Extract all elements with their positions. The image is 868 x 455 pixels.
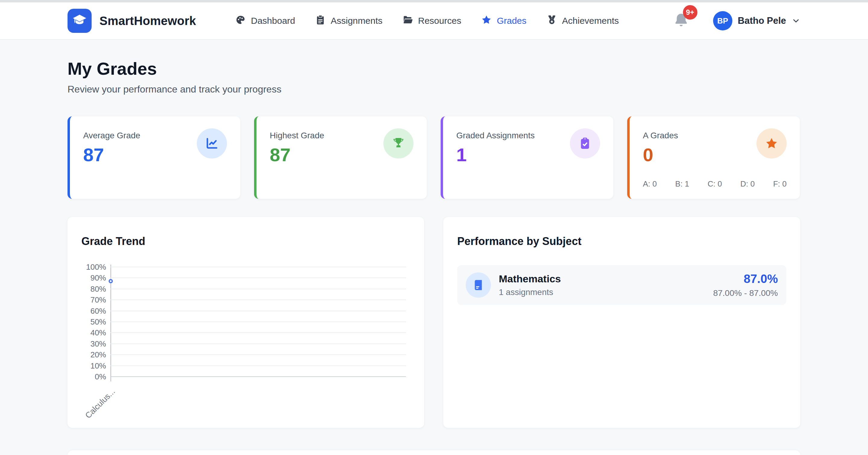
page-subtitle: Review your performance and track your p… xyxy=(67,83,801,95)
chart-y-axis: 100%90%80%70%60%50%40%30%20%10%0% xyxy=(82,267,110,377)
y-tick-label: 50% xyxy=(90,317,106,327)
gridline xyxy=(110,299,406,300)
grade-breakdown-a: A: 0 xyxy=(643,179,657,189)
user-name: Batho Pele xyxy=(738,15,786,26)
grade-trend-panel: Grade Trend 100%90%80%70%60%50%40%30%20%… xyxy=(67,217,424,428)
nav-label: Resources xyxy=(418,16,461,26)
clipboard-check-icon xyxy=(570,128,600,159)
nav-label: Dashboard xyxy=(251,16,295,26)
y-tick-label: 20% xyxy=(90,350,106,359)
chevron-down-icon xyxy=(792,16,801,25)
y-tick-label: 80% xyxy=(90,284,106,293)
assignments-icon xyxy=(315,14,326,27)
star-icon xyxy=(756,128,786,159)
app-logo xyxy=(67,9,92,33)
avatar: BP xyxy=(713,11,733,30)
y-tick-label: 100% xyxy=(86,262,106,272)
subject-assignments-count: 1 assignments xyxy=(499,288,561,297)
resources-folder-icon xyxy=(402,14,413,27)
y-tick-label: 60% xyxy=(90,306,106,316)
x-tick-label: Calculus... xyxy=(84,387,117,420)
stats-row: Average Grade 87 Highest Grade 87 xyxy=(67,116,801,199)
chart-plot-area xyxy=(110,267,406,377)
nav-item-grades[interactable]: Grades xyxy=(481,14,526,27)
y-tick-label: 30% xyxy=(90,339,106,348)
brand-name: SmartHomework xyxy=(99,14,196,28)
stat-label: Graded Assignments xyxy=(456,128,535,140)
notification-badge: 9+ xyxy=(683,5,698,20)
stat-label: A Grades xyxy=(643,128,678,140)
grade-breakdown-f: F: 0 xyxy=(773,179,786,189)
performance-panel: Performance by Subject Mathematics 1 ass… xyxy=(443,217,800,428)
bell-icon xyxy=(673,24,689,30)
grade-trend-title: Grade Trend xyxy=(82,235,410,248)
nav-item-dashboard[interactable]: Dashboard xyxy=(235,14,295,27)
y-tick-label: 0% xyxy=(95,372,106,382)
window-top-edge xyxy=(0,0,868,2)
subject-name: Mathematics xyxy=(499,273,561,285)
subject-range: 87.00% - 87.00% xyxy=(713,288,778,298)
y-tick-label: 10% xyxy=(90,361,106,370)
gridline xyxy=(110,278,406,278)
stat-value: 87 xyxy=(83,144,140,165)
grade-breakdown: A: 0 B: 1 C: 0 D: 0 F: 0 xyxy=(643,179,786,189)
brand[interactable]: SmartHomework xyxy=(67,9,196,33)
gridline xyxy=(110,267,406,267)
stat-value: 1 xyxy=(456,144,535,165)
chart-x-axis: Calculus... xyxy=(110,377,406,434)
stat-label: Average Grade xyxy=(83,128,140,140)
page-title: My Grades xyxy=(67,59,801,79)
grade-breakdown-d: D: 0 xyxy=(740,179,755,189)
y-tick-label: 40% xyxy=(90,328,106,337)
data-point xyxy=(108,279,113,283)
nav-item-assignments[interactable]: Assignments xyxy=(315,14,382,27)
achievements-medal-icon xyxy=(547,14,557,27)
stat-label: Highest Grade xyxy=(270,128,324,140)
y-tick-label: 70% xyxy=(90,295,106,305)
subject-info: Mathematics 1 assignments xyxy=(499,273,561,297)
grades-star-icon xyxy=(481,14,492,27)
chart-line-icon xyxy=(197,128,227,159)
charts-row: Grade Trend 100%90%80%70%60%50%40%30%20%… xyxy=(67,217,801,428)
stat-card-average-grade: Average Grade 87 xyxy=(67,116,240,199)
gridline xyxy=(110,344,406,344)
gridline xyxy=(110,365,406,366)
grade-breakdown-c: C: 0 xyxy=(708,179,722,189)
stat-card-graded-assignments: Graded Assignments 1 xyxy=(441,116,613,199)
gridline xyxy=(110,311,406,311)
grade-trend-chart: 100%90%80%70%60%50%40%30%20%10%0% Calcul… xyxy=(82,267,410,434)
subject-row-mathematics: Mathematics 1 assignments 87.0% 87.00% -… xyxy=(457,265,786,305)
subject-average: 87.0% xyxy=(713,272,778,286)
stat-card-a-grades: A Grades 0 A: 0 B: 1 C: 0 D: 0 F: 0 xyxy=(627,116,800,199)
book-icon xyxy=(466,272,491,298)
nav-item-resources[interactable]: Resources xyxy=(402,14,461,27)
header-right: 9+ BP Batho Pele xyxy=(673,11,801,30)
nav-item-achievements[interactable]: Achievements xyxy=(547,14,619,27)
nav-label: Achievements xyxy=(562,16,619,26)
grade-breakdown-b: B: 1 xyxy=(675,179,689,189)
next-section-card-edge xyxy=(67,450,801,455)
gridline xyxy=(110,289,406,289)
dashboard-icon xyxy=(235,14,246,27)
trophy-icon xyxy=(383,128,413,159)
nav-label: Grades xyxy=(497,16,526,26)
gridline xyxy=(110,332,406,333)
main-content: My Grades Review your performance and tr… xyxy=(0,40,868,428)
y-tick-label: 90% xyxy=(90,273,106,283)
subject-stats: 87.0% 87.00% - 87.00% xyxy=(713,272,778,298)
notifications-button[interactable]: 9+ xyxy=(673,12,689,30)
main-nav: Dashboard Assignments Resou xyxy=(235,14,619,27)
user-menu[interactable]: BP Batho Pele xyxy=(713,11,801,30)
gridline xyxy=(110,322,406,322)
gridline xyxy=(110,354,406,355)
performance-title: Performance by Subject xyxy=(457,235,786,248)
stat-value: 87 xyxy=(270,144,324,165)
app-header: SmartHomework Dashboard xyxy=(0,2,868,40)
nav-label: Assignments xyxy=(331,16,382,26)
stat-value: 0 xyxy=(643,144,678,165)
stat-card-highest-grade: Highest Grade 87 xyxy=(254,116,427,199)
graduation-cap-icon xyxy=(72,12,87,29)
